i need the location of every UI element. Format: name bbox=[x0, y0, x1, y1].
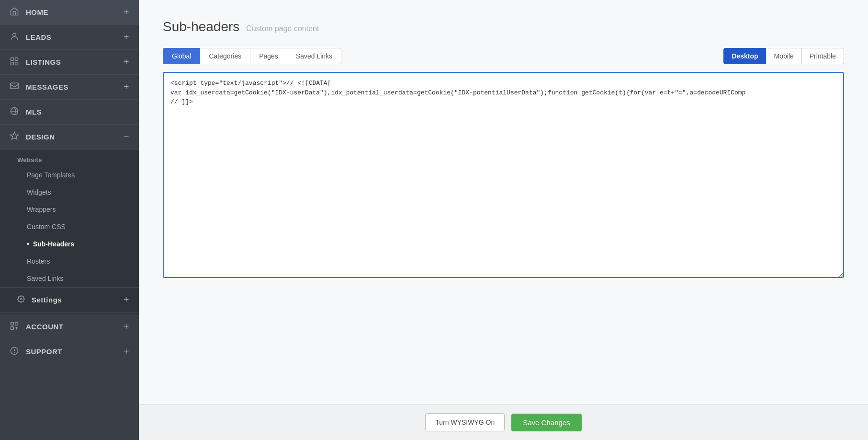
svg-rect-5 bbox=[11, 83, 19, 89]
svg-rect-10 bbox=[11, 327, 14, 330]
sidebar-item-leads[interactable]: LEADS + bbox=[0, 25, 139, 50]
sidebar-item-mls[interactable]: MLS bbox=[0, 100, 139, 125]
support-icon bbox=[10, 346, 19, 357]
sidebar-item-page-templates[interactable]: Page Templates bbox=[0, 166, 139, 184]
view-printable[interactable]: Printable bbox=[802, 48, 844, 64]
design-submenu: Website Page Templates Widgets Wrappers … bbox=[0, 150, 139, 314]
svg-rect-4 bbox=[15, 62, 18, 65]
sidebar-item-label: HOME bbox=[26, 8, 48, 16]
sidebar-item-messages[interactable]: MESSAGES + bbox=[0, 75, 139, 100]
leads-icon bbox=[10, 32, 19, 43]
plus-icon: + bbox=[124, 321, 129, 332]
plus-icon: + bbox=[124, 294, 129, 305]
plus-icon: + bbox=[124, 7, 129, 18]
view-mobile[interactable]: Mobile bbox=[766, 48, 801, 64]
sidebar-item-label: LEADS bbox=[26, 33, 51, 41]
sidebar-item-label: MLS bbox=[26, 108, 42, 116]
account-icon bbox=[10, 321, 19, 332]
tab-global[interactable]: Global bbox=[163, 48, 200, 64]
page-header: Sub-headers Custom page content bbox=[163, 19, 844, 35]
tab-categories[interactable]: Categories bbox=[200, 48, 250, 64]
sidebar-item-design[interactable]: DESIGN − bbox=[0, 125, 139, 150]
sidebar-item-label: DESIGN bbox=[26, 133, 55, 141]
code-editor[interactable]: <script type="text/javascript">// <![CDA… bbox=[163, 72, 844, 278]
sidebar-item-settings[interactable]: Settings + bbox=[0, 287, 139, 313]
sidebar-item-label: SUPPORT bbox=[26, 347, 62, 356]
sidebar-item-label: LISTINGS bbox=[26, 58, 61, 66]
mls-icon bbox=[10, 106, 19, 117]
page-title: Sub-headers bbox=[163, 19, 239, 35]
tabs-left: Global Categories Pages Saved Links bbox=[163, 48, 341, 64]
website-group-label: Website bbox=[0, 151, 139, 166]
save-button[interactable]: Save Changes bbox=[511, 414, 581, 431]
minus-icon: − bbox=[124, 131, 129, 142]
sidebar-item-label: ACCOUNT bbox=[26, 323, 64, 331]
page-subtitle: Custom page content bbox=[246, 24, 319, 33]
design-icon bbox=[10, 131, 19, 142]
sidebar-item-saved-links[interactable]: Saved Links bbox=[0, 270, 139, 287]
plus-icon: + bbox=[124, 81, 129, 93]
svg-rect-1 bbox=[11, 58, 14, 61]
wysiwyg-button[interactable]: Turn WYSIWYG On bbox=[425, 413, 505, 431]
bottom-bar: Turn WYSIWYG On Save Changes bbox=[139, 404, 868, 440]
svg-point-7 bbox=[20, 298, 22, 300]
sidebar: HOME + LEADS + LISTINGS + MESSAGES bbox=[0, 0, 139, 440]
sidebar-item-wrappers[interactable]: Wrappers bbox=[0, 201, 139, 218]
svg-rect-2 bbox=[15, 58, 18, 61]
view-toggle: Desktop Mobile Printable bbox=[723, 48, 844, 64]
sidebar-item-rosters[interactable]: Rosters bbox=[0, 253, 139, 270]
listings-icon bbox=[10, 57, 19, 68]
home-icon bbox=[10, 7, 19, 18]
view-desktop[interactable]: Desktop bbox=[723, 48, 766, 64]
plus-icon: + bbox=[124, 346, 129, 357]
sidebar-item-widgets[interactable]: Widgets bbox=[0, 184, 139, 201]
messages-icon bbox=[10, 81, 19, 93]
content-area: Sub-headers Custom page content Global C… bbox=[139, 0, 868, 404]
sidebar-item-sub-headers[interactable]: Sub-Headers bbox=[0, 235, 139, 253]
settings-label: Settings bbox=[32, 296, 62, 304]
svg-rect-9 bbox=[15, 323, 18, 325]
svg-rect-3 bbox=[11, 62, 14, 65]
tab-pages[interactable]: Pages bbox=[250, 48, 287, 64]
main-content: Sub-headers Custom page content Global C… bbox=[139, 0, 868, 440]
settings-icon bbox=[17, 295, 25, 304]
svg-point-0 bbox=[13, 33, 16, 36]
sidebar-item-custom-css[interactable]: Custom CSS bbox=[0, 218, 139, 235]
svg-rect-8 bbox=[11, 323, 14, 325]
sidebar-item-home[interactable]: HOME + bbox=[0, 0, 139, 25]
tabs-row: Global Categories Pages Saved Links Desk… bbox=[163, 48, 844, 64]
sidebar-item-listings[interactable]: LISTINGS + bbox=[0, 50, 139, 75]
tab-saved-links[interactable]: Saved Links bbox=[287, 48, 341, 64]
sidebar-item-support[interactable]: SUPPORT + bbox=[0, 339, 139, 364]
sidebar-item-label: MESSAGES bbox=[26, 83, 68, 91]
sidebar-item-account[interactable]: ACCOUNT + bbox=[0, 314, 139, 339]
plus-icon: + bbox=[124, 32, 129, 43]
plus-icon: + bbox=[124, 57, 129, 68]
